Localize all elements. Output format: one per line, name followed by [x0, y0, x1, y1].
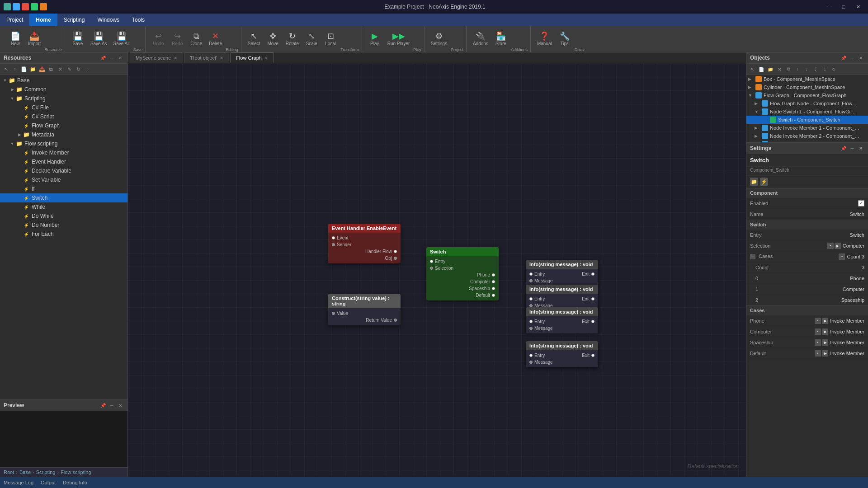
res-tb-btn-new[interactable]: 📄 [20, 65, 28, 73]
tree-item-event-handler[interactable]: ▶ ⚡ Event Handler [0, 157, 127, 166]
obj-item-flow-graph[interactable]: ▼ Flow Graph - Component_FlowGraph [746, 91, 868, 99]
tree-item-invoke-member[interactable]: ▶ ⚡ Invoke Member [0, 148, 127, 157]
tab-my-scene-close[interactable]: ✕ [174, 56, 177, 61]
menu-project[interactable]: Project [0, 14, 29, 26]
maximize-button[interactable]: □ [837, 3, 850, 11]
res-tb-btn-refresh[interactable]: ↻ [74, 65, 82, 73]
tree-expand-scripting[interactable]: ▼ [9, 95, 15, 102]
phone-arrow-btn[interactable]: ▶ [822, 318, 828, 324]
save-button[interactable]: 💾 Save [69, 31, 87, 47]
resources-min-btn[interactable]: ─ [108, 54, 115, 61]
computer-dot-btn[interactable]: • [815, 328, 821, 335]
new-button[interactable]: 📄 New [6, 31, 24, 47]
tree-item-set-variable[interactable]: ▶ ⚡ Set Variable [0, 175, 127, 184]
breadcrumb-root[interactable]: Root [4, 469, 14, 475]
obj-item-nim2[interactable]: ▶ Node Invoke Member 2 - Component_FlowG… [746, 132, 868, 140]
obj-expand-nim1[interactable]: ▶ [755, 126, 760, 130]
tree-expand-metadata[interactable]: ▶ [16, 131, 23, 138]
status-output[interactable]: Output [41, 480, 56, 485]
tree-item-flow-scripting[interactable]: ▼ 📁 Flow scripting [0, 139, 127, 148]
tree-item-base[interactable]: ▼ 📁 Base [0, 76, 127, 85]
undo-button[interactable]: ↩ Undo [149, 31, 167, 47]
obj-expand-fgn[interactable]: ▶ [755, 101, 760, 106]
default-arrow-btn[interactable]: ▶ [822, 350, 828, 357]
status-message-log[interactable]: Message Log [4, 480, 33, 485]
breadcrumb-flow-scripting[interactable]: Flow scripting [61, 469, 91, 475]
tree-item-csharp-file[interactable]: ▶ ⚡ C# File [0, 103, 127, 112]
tree-expand-flow-scripting[interactable]: ▼ [9, 141, 15, 147]
obj-tb-btn-10[interactable]: ↻ [830, 65, 838, 73]
menu-windows[interactable]: Windows [91, 14, 126, 26]
obj-expand-cylinder[interactable]: ▶ [748, 85, 754, 89]
obj-item-node-switch-1[interactable]: ▼ Node Switch 1 - Component_FlowGraphNod… [746, 108, 868, 116]
res-tb-btn-rename[interactable]: ✎ [65, 65, 73, 73]
tab-flow-graph[interactable]: Flow Graph ✕ [230, 52, 274, 63]
run-player-button[interactable]: ▶▶ Run Player [385, 31, 412, 47]
tree-item-for-each[interactable]: ▶ ⚡ For Each [0, 230, 127, 239]
res-tb-btn-1[interactable]: ↖ [2, 65, 10, 73]
move-button[interactable]: ✥ Move [264, 31, 282, 47]
obj-expand-flow-graph[interactable]: ▼ [748, 93, 754, 98]
node-info-1[interactable]: Info(string message) : void Entry Exit M… [526, 260, 598, 286]
save-as-button[interactable]: 💾 Save As [88, 31, 110, 47]
res-tb-btn-copy[interactable]: ⧉ [47, 65, 55, 73]
obj-tb-btn-1[interactable]: ↖ [748, 65, 756, 73]
node-info-4[interactable]: Info(string message) : void Entry Exit M… [526, 341, 598, 367]
obj-item-nim5[interactable]: ▶ Node Invoke Member 5 - Component_FlowG… [746, 140, 868, 142]
spaceship-dot-btn[interactable]: • [815, 339, 821, 346]
store-button[interactable]: 🏪 Store [492, 31, 510, 47]
play-button[interactable]: ▶ Play [366, 31, 384, 47]
obj-expand-ns1[interactable]: ▼ [755, 109, 760, 114]
tree-item-common[interactable]: ▶ 📁 Common [0, 85, 127, 94]
tab-root-object-close[interactable]: ✕ [220, 56, 223, 61]
res-tb-btn-import[interactable]: 📥 [38, 65, 46, 73]
obj-tb-btn-8[interactable]: ⤴ [811, 65, 820, 73]
menu-home[interactable]: Home [29, 14, 57, 26]
preview-close-btn[interactable]: ✕ [117, 402, 124, 409]
res-tb-btn-2[interactable]: ↑ [11, 65, 19, 73]
node-construct[interactable]: Construct(string value) : string Value R… [328, 294, 401, 325]
save-all-button[interactable]: 💾 Save All [111, 31, 132, 47]
import-button[interactable]: 📥 Import [25, 31, 43, 47]
tab-flow-graph-close[interactable]: ✕ [264, 56, 268, 61]
obj-expand-box[interactable]: ▶ [748, 77, 754, 81]
preview-pin-btn[interactable]: 📌 [99, 402, 107, 409]
tab-root-object[interactable]: 'Root object' ✕ [184, 52, 229, 63]
tree-item-while[interactable]: ▶ ⚡ While [0, 202, 127, 211]
clone-button[interactable]: ⧉ Clone [187, 31, 205, 47]
redo-button[interactable]: ↪ Redo [168, 31, 186, 47]
obj-tb-btn-4[interactable]: ✕ [775, 65, 783, 73]
tree-item-flow-graph[interactable]: ▶ ⚡ Flow Graph [0, 121, 127, 130]
res-tb-btn-delete[interactable]: ✕ [56, 65, 64, 73]
settings-icon-btn-1[interactable]: 📁 [750, 178, 758, 186]
settings-pin-btn[interactable]: 📌 [840, 145, 847, 152]
close-button[interactable]: ✕ [852, 3, 864, 11]
settings-button[interactable]: ⚙ Settings [428, 31, 450, 47]
tree-item-if[interactable]: ▶ ⚡ If [0, 184, 127, 193]
minimize-button[interactable]: ─ [823, 3, 835, 11]
addons-button[interactable]: 🔌 Addons [470, 31, 491, 47]
delete-button[interactable]: ✕ Delete [206, 31, 225, 47]
status-debug-info[interactable]: Debug Info [63, 480, 87, 485]
objects-pin-btn[interactable]: 📌 [840, 54, 847, 61]
obj-expand-nim5[interactable]: ▶ [755, 142, 760, 142]
obj-item-flow-graph-node[interactable]: ▶ Flow Graph Node - Component_FlowGraphN… [746, 99, 868, 108]
res-tb-btn-more[interactable]: ⋯ [83, 65, 91, 73]
cases-dot-btn[interactable]: • [839, 253, 845, 260]
obj-tb-btn-5[interactable]: ⧉ [784, 65, 793, 73]
settings-close-btn[interactable]: ✕ [857, 145, 864, 152]
rotate-button[interactable]: ↻ Rotate [283, 31, 302, 47]
tree-item-scripting[interactable]: ▼ 📁 Scripting [0, 94, 127, 103]
tree-item-metadata[interactable]: ▶ 📁 Metadata [0, 130, 127, 139]
spaceship-arrow-btn[interactable]: ▶ [822, 339, 828, 346]
resources-close-btn[interactable]: ✕ [117, 54, 124, 61]
menu-scripting[interactable]: Scripting [57, 14, 91, 26]
selection-dot-btn[interactable]: • [827, 243, 834, 249]
node-info-3[interactable]: Info(string message) : void Entry Exit M… [526, 307, 598, 333]
settings-icon-btn-2[interactable]: ⚡ [760, 178, 768, 186]
resources-pin-btn[interactable]: 📌 [99, 54, 107, 61]
tree-item-csharp-script[interactable]: ▶ ⚡ C# Script [0, 112, 127, 121]
phone-dot-btn[interactable]: • [815, 318, 821, 324]
obj-item-nim1[interactable]: ▶ Node Invoke Member 1 - Component_FlowG… [746, 124, 868, 132]
obj-tb-btn-9[interactable]: ⤵ [821, 65, 829, 73]
